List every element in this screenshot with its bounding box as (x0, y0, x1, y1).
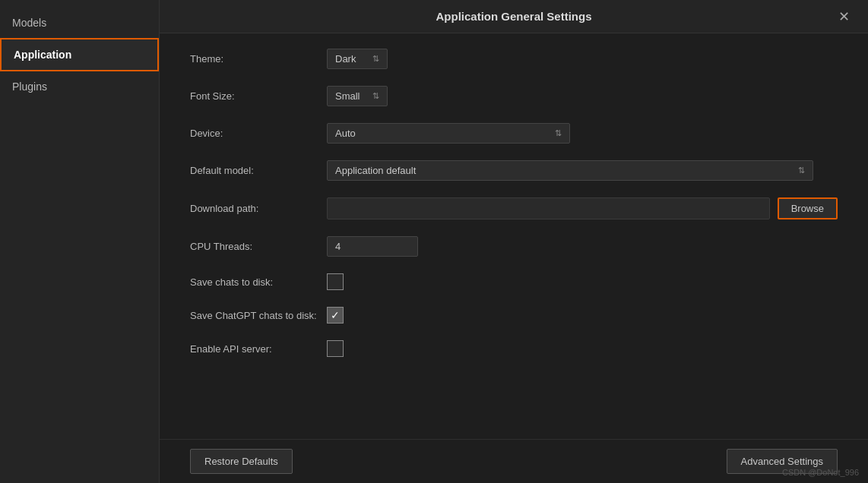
default-model-select[interactable]: Application default ⇅ (327, 160, 813, 181)
save-chats-checkbox[interactable] (327, 273, 344, 290)
theme-label: Theme: (190, 53, 327, 65)
font-size-spinner-icon: ⇅ (372, 91, 379, 101)
save-chatgpt-checkbox[interactable] (327, 307, 344, 324)
device-spinner-icon: ⇅ (555, 128, 562, 138)
enable-api-checkbox[interactable] (327, 340, 344, 357)
cpu-threads-row: CPU Threads: (190, 236, 838, 257)
download-path-row: Download path: Browse (190, 197, 838, 219)
dialog-titlebar: Application General Settings ✕ (160, 0, 868, 33)
close-button[interactable]: ✕ (835, 8, 853, 26)
theme-row: Theme: Dark ⇅ (190, 49, 838, 69)
device-control: Auto ⇅ (327, 123, 838, 144)
main-content: Application General Settings ✕ Theme: Da… (160, 0, 868, 483)
save-chatgpt-control (327, 307, 838, 324)
sidebar-item-models[interactable]: Models (0, 8, 159, 38)
enable-api-label: Enable API server: (190, 343, 327, 355)
default-model-row: Default model: Application default ⇅ (190, 160, 838, 181)
cpu-threads-input[interactable] (327, 236, 418, 257)
save-chatgpt-row: Save ChatGPT chats to disk: (190, 307, 838, 324)
save-chats-label: Save chats to disk: (190, 276, 327, 288)
dialog-title: Application General Settings (193, 10, 835, 23)
default-model-control: Application default ⇅ (327, 160, 838, 181)
default-model-spinner-icon: ⇅ (798, 166, 805, 175)
settings-form: Theme: Dark ⇅ Font Size: Small ⇅ (160, 33, 868, 439)
app-container: Models Application Plugins Application G… (0, 0, 868, 483)
cpu-threads-label: CPU Threads: (190, 241, 327, 252)
enable-api-row: Enable API server: (190, 340, 838, 357)
font-size-row: Font Size: Small ⇅ (190, 86, 838, 106)
font-size-label: Font Size: (190, 90, 327, 102)
font-size-select[interactable]: Small ⇅ (327, 86, 388, 106)
sidebar-item-application[interactable]: Application (0, 38, 159, 71)
restore-defaults-button[interactable]: Restore Defaults (190, 449, 293, 474)
device-select[interactable]: Auto ⇅ (327, 123, 570, 144)
enable-api-control (327, 340, 838, 357)
device-label: Device: (190, 128, 327, 139)
download-path-control: Browse (327, 197, 838, 219)
dialog-footer: Restore Defaults Advanced Settings (160, 439, 868, 483)
sidebar: Models Application Plugins (0, 0, 160, 483)
save-chats-control (327, 273, 838, 290)
theme-select[interactable]: Dark ⇅ (327, 49, 388, 69)
cpu-threads-control (327, 236, 838, 257)
watermark: CSDN @DoNot_996 (782, 468, 859, 477)
save-chats-row: Save chats to disk: (190, 273, 838, 290)
device-row: Device: Auto ⇅ (190, 123, 838, 144)
download-path-label: Download path: (190, 203, 327, 214)
save-chatgpt-label: Save ChatGPT chats to disk: (190, 310, 327, 321)
sidebar-item-plugins[interactable]: Plugins (0, 71, 159, 102)
default-model-label: Default model: (190, 165, 327, 176)
download-path-input[interactable] (327, 197, 770, 219)
theme-control: Dark ⇅ (327, 49, 838, 69)
browse-button[interactable]: Browse (778, 197, 838, 219)
theme-spinner-icon: ⇅ (372, 54, 379, 64)
font-size-control: Small ⇅ (327, 86, 838, 106)
